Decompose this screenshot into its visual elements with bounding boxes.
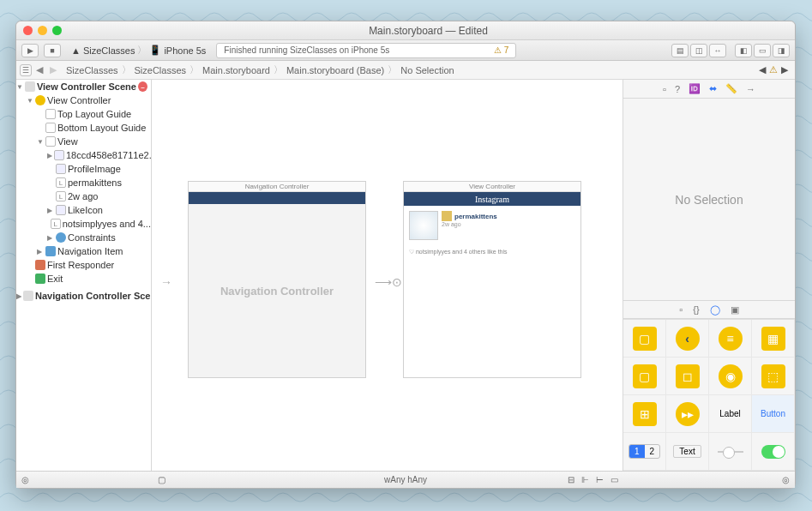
- assistant-editor-button[interactable]: ◫: [690, 44, 707, 57]
- chevron-right-icon: 〉: [388, 63, 397, 76]
- storyboard-canvas[interactable]: → Navigation Controller Navigation Contr…: [152, 80, 623, 471]
- related-items-button[interactable]: ☰: [20, 64, 32, 76]
- disclosure-icon[interactable]: ▼: [16, 83, 23, 91]
- lib-button[interactable]: Button: [752, 395, 795, 433]
- disclosure-icon[interactable]: ▶: [47, 152, 52, 159]
- view-icon: [45, 136, 56, 147]
- lib-view[interactable]: ▢: [623, 320, 666, 358]
- warning-icon[interactable]: ⚠: [769, 64, 778, 75]
- post-image[interactable]: [409, 211, 438, 240]
- outline-viewcontroller[interactable]: ▼ View Controller: [16, 93, 151, 107]
- next-issue-button[interactable]: ▶: [781, 64, 788, 75]
- entry-point-arrow[interactable]: →: [160, 275, 172, 289]
- breadcrumb-project[interactable]: SizeClasses: [63, 65, 122, 75]
- lib-label[interactable]: Label: [709, 395, 752, 433]
- view-controller-scene[interactable]: View Controller Instagram permakittens 2…: [403, 181, 581, 378]
- outline-filter-button[interactable]: ◎: [21, 475, 29, 484]
- disclosure-icon[interactable]: ▶: [16, 292, 21, 300]
- outline-username-label[interactable]: Lpermakittens: [16, 176, 151, 189]
- align-button[interactable]: ⊟: [568, 475, 574, 484]
- disclosure-icon[interactable]: ▶: [37, 248, 44, 256]
- warnings-badge[interactable]: ⚠ 7: [494, 45, 508, 55]
- activity-viewer[interactable]: Finished running SizeClasses on iPhone 5…: [216, 43, 516, 58]
- lib-player[interactable]: ▸▸: [666, 395, 709, 433]
- lib-slider[interactable]: [709, 433, 752, 471]
- outline-first-responder[interactable]: First Responder: [16, 258, 151, 272]
- resolve-button[interactable]: ⊢: [596, 475, 604, 484]
- lib-glkview[interactable]: ⬚: [752, 358, 795, 395]
- outline-navitem[interactable]: ▶Navigation Item: [16, 244, 151, 258]
- disclosure-icon[interactable]: ▶: [47, 234, 54, 242]
- outline-top-guide[interactable]: Top Layout Guide: [16, 107, 151, 121]
- outline-profileimage[interactable]: ProfileImage: [16, 162, 151, 176]
- size-class-control[interactable]: wAny hAny: [384, 475, 427, 484]
- library-filter-button[interactable]: ◎: [782, 475, 790, 484]
- avatar-image[interactable]: [442, 211, 452, 221]
- quick-help-tab[interactable]: ?: [675, 84, 680, 94]
- object-library-tab[interactable]: ◯: [710, 304, 720, 316]
- lib-view2[interactable]: ▢: [623, 358, 666, 395]
- breadcrumb-file[interactable]: Main.storyboard: [199, 65, 274, 75]
- lib-segmented[interactable]: 12: [623, 433, 666, 471]
- lib-switch[interactable]: [752, 433, 795, 471]
- object-library[interactable]: ▢ ‹ ≡ ▦ ▢ ◻ ◉ ⬚ ⊞ ▸▸ Label Button 12 Tex…: [623, 319, 795, 471]
- breadcrumb-selection[interactable]: No Selection: [397, 65, 457, 75]
- toggle-outline-button[interactable]: ▢: [158, 475, 165, 484]
- outline-exit[interactable]: Exit: [16, 272, 151, 286]
- forward-button[interactable]: ▶: [47, 64, 59, 76]
- lib-navcontroller[interactable]: ‹: [666, 320, 709, 358]
- media-library-tab[interactable]: ▣: [731, 304, 739, 316]
- outline-likers-label[interactable]: Lnotsimplyyes and 4...: [16, 217, 151, 231]
- outline-likeicon[interactable]: ▶LikeIcon: [16, 203, 151, 217]
- disclosure-icon[interactable]: ▼: [37, 138, 44, 146]
- resizing-button[interactable]: ▭: [611, 475, 618, 484]
- lib-container[interactable]: ◻: [666, 358, 709, 395]
- code-snippet-tab[interactable]: {}: [693, 304, 699, 315]
- close-window-button[interactable]: [23, 26, 33, 35]
- titlebar[interactable]: Main.storyboard — Edited: [16, 21, 795, 40]
- file-template-tab[interactable]: ▫: [679, 304, 683, 315]
- lib-collectionview[interactable]: ▦: [752, 320, 795, 358]
- scheme-selector[interactable]: ▲ SizeClasses 〉 📱 iPhone 5s: [66, 44, 211, 57]
- zoom-window-button[interactable]: [52, 26, 62, 35]
- lib-textfield[interactable]: Text: [666, 433, 709, 471]
- prev-issue-button[interactable]: ◀: [759, 64, 766, 75]
- stop-button[interactable]: ■: [44, 44, 61, 57]
- minimize-window-button[interactable]: [38, 26, 47, 35]
- pin-button[interactable]: ⊩: [581, 475, 589, 484]
- lib-keyboard[interactable]: ⊞: [623, 395, 666, 433]
- document-outline[interactable]: ▼ View Controller Scene – ▼ View Control…: [16, 80, 152, 471]
- cube-icon: ⬚: [761, 364, 785, 388]
- toolbar: ▶ ■ ▲ SizeClasses 〉 📱 iPhone 5s Finished…: [16, 40, 795, 61]
- disclosure-icon[interactable]: ▶: [47, 207, 54, 214]
- standard-editor-button[interactable]: ▤: [671, 44, 689, 57]
- toggle-navigator-button[interactable]: ◧: [735, 44, 752, 57]
- back-button[interactable]: ◀: [33, 64, 45, 76]
- toggle-debug-button[interactable]: ▭: [754, 44, 771, 57]
- version-editor-button[interactable]: ↔: [709, 44, 726, 57]
- breadcrumb-base[interactable]: Main.storyboard (Base): [283, 65, 388, 75]
- lib-tableview[interactable]: ≡: [709, 320, 752, 358]
- navigation-controller-scene[interactable]: Navigation Controller Navigation Control…: [188, 181, 366, 378]
- outline-view[interactable]: ▼View: [16, 135, 151, 148]
- attributes-inspector-tab[interactable]: ⬌: [709, 83, 717, 94]
- disclosure-icon[interactable]: ▼: [27, 97, 33, 105]
- close-scene-button[interactable]: –: [138, 81, 147, 92]
- outline-bottom-guide[interactable]: Bottom Layout Guide: [16, 121, 151, 135]
- toggle-utilities-button[interactable]: ◨: [773, 44, 790, 57]
- breadcrumb-folder[interactable]: SizeClasses: [131, 65, 190, 75]
- file-inspector-tab[interactable]: ▫: [663, 84, 666, 94]
- outline-constraints[interactable]: ▶Constraints: [16, 231, 151, 244]
- exit-label: Exit: [47, 274, 63, 284]
- guide-icon: [45, 123, 56, 133]
- label-icon: L: [51, 219, 61, 229]
- lib-imageview[interactable]: ◉: [709, 358, 752, 395]
- identity-inspector-tab[interactable]: 🆔: [689, 83, 701, 94]
- outline-time-label[interactable]: L2w ago: [16, 189, 151, 203]
- run-button[interactable]: ▶: [21, 44, 39, 57]
- outline-scene-nc[interactable]: ▶ Navigation Controller Scene: [16, 289, 151, 303]
- connections-inspector-tab[interactable]: →: [746, 84, 755, 94]
- outline-scene-vc[interactable]: ▼ View Controller Scene –: [16, 80, 151, 93]
- outline-imageview[interactable]: ▶18ccd458e81711e2...: [16, 148, 151, 162]
- size-inspector-tab[interactable]: 📏: [725, 83, 737, 94]
